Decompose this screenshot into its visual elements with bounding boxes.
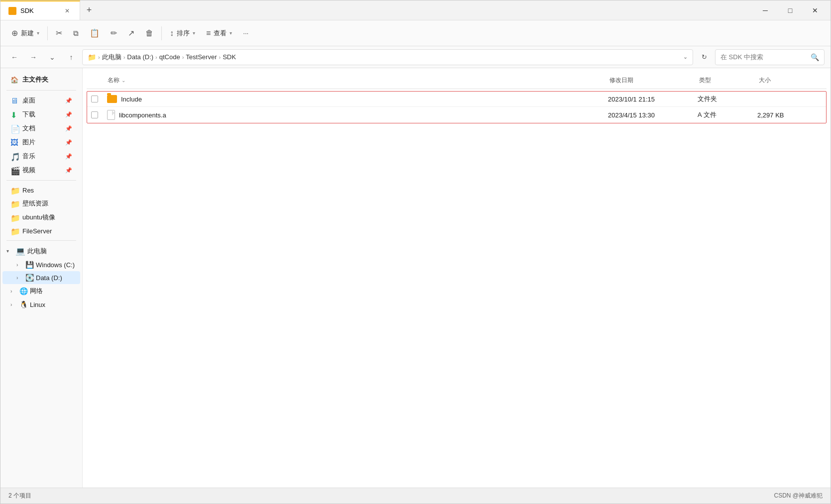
close-button[interactable]: ✕	[804, 0, 827, 20]
expand-button[interactable]: ⌄	[44, 49, 60, 65]
sidebar-item-res[interactable]: 📁 Res	[2, 184, 80, 197]
sidebar-label-docs: 文档	[22, 124, 35, 133]
paste-icon: 📋	[90, 28, 100, 38]
new-icon: ⊕	[11, 28, 18, 38]
search-input[interactable]	[720, 53, 808, 61]
sidebar-divider-1	[6, 90, 76, 91]
sidebar-item-video[interactable]: 🎬 视频 📌	[2, 163, 80, 177]
up-button[interactable]: ↑	[63, 49, 79, 65]
network-expand-arrow: ›	[10, 289, 17, 294]
sidebar: 🏠 主文件夹 🖥 桌面 📌 ⬇ 下载 📌 📄 文档 📌	[0, 68, 83, 488]
minimize-button[interactable]: ─	[754, 0, 777, 20]
docs-icon: 📄	[10, 124, 18, 132]
sidebar-label-desktop: 桌面	[22, 96, 35, 105]
sidebar-item-wallpaper[interactable]: 📁 壁纸资源	[2, 197, 80, 210]
sidebar-tree-network[interactable]: › 🌐 网络	[2, 284, 80, 298]
view-button[interactable]: ≡ 查看 ▾	[201, 26, 237, 41]
new-dropdown-icon: ▾	[37, 30, 39, 36]
back-button[interactable]: ←	[6, 49, 22, 65]
name-col-header[interactable]: 名称 ⌄	[107, 74, 608, 87]
more-button[interactable]: ···	[238, 26, 253, 40]
breadcrumb-testserver[interactable]: TestServer	[186, 53, 217, 61]
res-folder-icon: 📁	[10, 186, 18, 194]
share-button[interactable]: ↗	[123, 25, 139, 41]
sidebar-label-thispc: 此电脑	[27, 247, 47, 256]
home-icon: 🏠	[10, 76, 18, 84]
breadcrumb-arrow-2: ›	[123, 54, 125, 60]
breadcrumb-qtcode[interactable]: qtCode	[159, 53, 180, 61]
sidebar-label-network: 网络	[30, 287, 43, 296]
sidebar-item-music[interactable]: 🎵 音乐 📌	[2, 149, 80, 163]
libcomponents-size: 2,297 KB	[757, 111, 807, 119]
linux-icon: 🐧	[19, 301, 28, 308]
sidebar-item-desktop[interactable]: 🖥 桌面 📌	[2, 94, 80, 107]
copy-button[interactable]: ⧉	[68, 26, 84, 41]
rename-button[interactable]: ✏	[106, 25, 122, 41]
refresh-button[interactable]: ↻	[696, 49, 712, 65]
breadcrumb[interactable]: 📁 › 此电脑 › Data (D:) › qtCode › TestServe…	[82, 49, 693, 65]
tab-close-button[interactable]: ✕	[63, 6, 72, 15]
tab-sdk[interactable]: SDK ✕	[0, 0, 80, 20]
sidebar-tree-linux[interactable]: › 🐧 Linux	[2, 298, 80, 311]
main-area: 🏠 主文件夹 🖥 桌面 📌 ⬇ 下载 📌 📄 文档 📌	[0, 68, 831, 488]
new-button[interactable]: ⊕ 新建 ▾	[6, 25, 44, 41]
forward-button[interactable]: →	[25, 49, 41, 65]
breadcrumb-pc[interactable]: 此电脑	[102, 53, 121, 62]
share-icon: ↗	[128, 28, 134, 38]
new-tab-button[interactable]: +	[80, 0, 98, 20]
sidebar-tree-data-d[interactable]: › 💽 Data (D:)	[2, 271, 80, 284]
sidebar-item-docs[interactable]: 📄 文档 📌	[2, 121, 80, 135]
sidebar-label-music: 音乐	[22, 152, 35, 161]
libcomponents-checkbox[interactable]	[91, 111, 98, 118]
cut-icon: ✂	[56, 28, 62, 38]
d-drive-icon: 💽	[25, 274, 34, 282]
include-name-cell: Include	[107, 95, 608, 103]
cut-button[interactable]: ✂	[51, 25, 67, 41]
sidebar-item-ubuntu[interactable]: 📁 ubuntu镜像	[2, 210, 80, 224]
sidebar-item-pictures[interactable]: 🖼 图片 📌	[2, 135, 80, 149]
rename-icon: ✏	[111, 28, 117, 38]
breadcrumb-arrow-4: ›	[182, 54, 184, 60]
sort-button[interactable]: ↕ 排序 ▾	[165, 26, 200, 41]
sidebar-label-fileserver: FileServer	[22, 227, 52, 235]
delete-button[interactable]: 🗑	[140, 26, 158, 41]
item-count: 2 个项目	[8, 492, 31, 500]
sidebar-tree-this-pc[interactable]: ▾ 💻 此电脑	[2, 244, 80, 258]
pin-icon-music: 📌	[65, 153, 72, 160]
search-bar[interactable]: 🔍	[715, 49, 825, 65]
breadcrumb-drive[interactable]: Data (D:)	[127, 53, 153, 61]
paste-button[interactable]: 📋	[85, 25, 105, 41]
view-icon: ≡	[206, 29, 211, 38]
more-icon: ···	[243, 29, 248, 37]
sidebar-label-data-d: Data (D:)	[36, 274, 62, 282]
fileserver-folder-icon: 📁	[10, 227, 18, 235]
file-area: 名称 ⌄ 修改日期 类型 大小	[83, 68, 831, 488]
breadcrumb-sdk[interactable]: SDK	[223, 53, 236, 61]
breadcrumb-folder-icon: 📁	[88, 53, 96, 61]
include-checkbox[interactable]	[91, 96, 98, 102]
date-col-header[interactable]: 修改日期	[608, 74, 698, 87]
sort-dropdown-icon: ▾	[193, 30, 195, 36]
sort-label: 排序	[177, 29, 190, 38]
explorer-window: SDK ✕ + ─ □ ✕ ⊕ 新建 ▾ ✂ ⧉ 📋 ✏	[0, 0, 831, 504]
sidebar-tree-windows-c[interactable]: › 💾 Windows (C:)	[2, 258, 80, 271]
file-row-libcomponents[interactable]: libcomponents.a 2023/4/15 13:30 A 文件 2,2…	[87, 107, 826, 123]
status-bar: 2 个项目 CSDN @神威难犯	[0, 488, 831, 504]
sidebar-item-fileserver[interactable]: 📁 FileServer	[2, 224, 80, 237]
maximize-button[interactable]: □	[779, 0, 802, 20]
size-col-header[interactable]: 大小	[758, 74, 808, 87]
type-col-label: 类型	[699, 76, 711, 85]
libcomponents-date: 2023/4/15 13:30	[608, 111, 698, 119]
libcomponents-name: libcomponents.a	[119, 111, 166, 119]
name-sort-arrow: ⌄	[121, 78, 125, 83]
c-drive-icon: 💾	[25, 261, 34, 269]
sidebar-home[interactable]: 🏠 主文件夹	[2, 72, 80, 87]
view-dropdown-icon: ▾	[230, 30, 232, 36]
ubuntu-folder-icon: 📁	[10, 213, 18, 221]
sidebar-item-downloads[interactable]: ⬇ 下载 📌	[2, 107, 80, 121]
window-controls: ─ □ ✕	[750, 0, 831, 20]
type-col-header[interactable]: 类型	[698, 74, 758, 87]
file-row-include[interactable]: Include 2023/10/1 21:15 文件夹	[87, 92, 826, 107]
watermark: CSDN @神威难犯	[774, 492, 823, 500]
view-label: 查看	[214, 29, 227, 38]
